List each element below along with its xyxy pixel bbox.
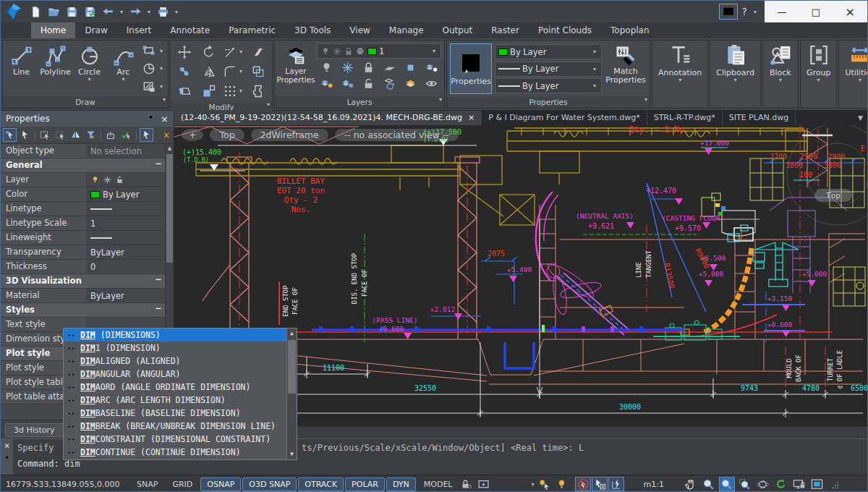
palette-row-thickness[interactable]: Thickness0 [1,260,174,274]
print-button[interactable] [155,4,171,20]
zoom-realtime-button[interactable] [719,477,735,491]
property-combo-0[interactable]: By Layer▾ [495,44,602,59]
rotate-tool-button[interactable] [202,45,216,59]
palette-close-icon[interactable]: × [161,114,169,124]
document-tab[interactable]: SITE PLAN.dwg [723,111,796,125]
toggle-dyn[interactable]: DYN [386,478,416,491]
minimize-button[interactable]: — [765,1,799,22]
ribbon-tab-manage[interactable]: Manage [380,22,433,38]
autocomplete-item[interactable]: DIMCONTINUE (CONTINUE DIMENSION) [64,446,286,459]
autocomplete-item[interactable]: DIM (DIMENSIONS) [64,328,286,342]
ribbon-tab-raster[interactable]: Raster [482,22,529,38]
model-space-button[interactable]: MODEL [424,480,453,489]
document-tab[interactable]: P & I Diagram For Water System.dwg* [482,111,647,125]
palette-section-3d-visualization[interactable]: 3D Visualization− [1,274,174,289]
layer-layersbulb-button[interactable] [425,61,438,75]
pie-tool-button[interactable]: ▾ [142,62,165,76]
autocomplete-item[interactable]: DIMCONSTRAINT (DIMENSIONAL CONSTRAINT) [64,433,286,446]
layer-properties-button[interactable]: Layer Properties [276,42,315,96]
sel-check-button[interactable] [119,128,133,142]
clipboard-button[interactable]: Clipboard▾ [710,41,760,108]
toggle-polar[interactable]: POLAR [345,478,385,491]
ribbon-tab-view[interactable]: View [340,22,379,38]
coordinates-readout[interactable]: 16779.533,13849.055,0.000 [1,480,129,489]
close-button[interactable]: × [833,1,867,22]
explode-tool-button[interactable] [251,84,265,98]
new-viewport-button[interactable] [809,477,825,491]
toggle-o3d-snap[interactable]: O3D SNAP [242,478,297,491]
paneldd-button[interactable] [475,477,491,491]
palette-row-linetype[interactable]: Linetype [1,202,174,216]
layer-layerso-button[interactable] [404,77,417,90]
open-file-button[interactable] [46,4,61,20]
annotation-button[interactable]: Annotation▾ [652,41,707,108]
autocomplete-item[interactable]: DIMARC (ARC LENGTH DIMENSION) [64,394,286,407]
dropdown-icon[interactable]: ▾ [118,9,125,15]
utilities-button[interactable]: Utilities▾ [839,41,868,108]
scale-list-dropdown-icon[interactable]: ▾ [529,481,536,488]
palette-row-transparency[interactable]: TransparencyByLayer [1,245,174,260]
properties-button[interactable]: Properties [450,43,492,94]
autocomplete-item[interactable]: DIMBASELINE (BASELINE DIMENSION) [64,407,286,420]
sel-cross-button[interactable] [54,128,67,142]
property-combo-1[interactable]: By Layer▾ [495,62,602,77]
rectangle-tool-button[interactable]: ▾ [142,43,165,58]
bulbcursor-button[interactable] [536,477,552,491]
regen-button[interactable] [773,477,789,491]
resize-grip-icon[interactable] [828,478,840,490]
help-button[interactable]: ? [742,6,747,17]
autocomplete-item[interactable]: DIMALIGNED (ALIGNED) [64,355,286,368]
viewport-lock-button[interactable] [791,477,807,491]
autocomplete-item[interactable]: DIMAORD (ANGLE ORDINATE DIMENSION) [64,381,286,394]
selection-toolbar-close-icon[interactable]: × [163,130,171,140]
viewport-control-2[interactable]: 2dWireframe [251,129,328,141]
ribbon-tab-topoplan[interactable]: Topoplan [601,22,659,38]
document-tab[interactable]: (12-40-56_PM_9-19-2022)(12-54-58_16.09.2… [174,111,482,125]
offset-tool-button[interactable] [251,64,265,79]
help-dropdown-icon[interactable]: ▾ [752,9,759,15]
tab-list-dropdown-icon[interactable]: ▼ [852,111,868,125]
layer-eye-button[interactable] [425,77,438,90]
ribbon-tab-insert[interactable]: Insert [117,22,161,38]
sel-button[interactable] [18,128,32,142]
hatch-tool-button[interactable]: ▾ [142,80,165,94]
palette-section-styles[interactable]: Styles− [1,303,174,318]
layers-panel-label[interactable]: Layers▾ [275,97,444,108]
palette-row-object-type[interactable]: Object typeNo selection [1,144,174,158]
zoom-window-button[interactable] [737,477,753,491]
zoom-button[interactable] [701,477,717,491]
palette-row-linetype-scale[interactable]: Linetype Scale1 [1,216,174,231]
pin-icon[interactable] [146,114,156,124]
scale-tool-button[interactable] [202,84,216,98]
ribbon-tab-home[interactable]: Home [31,22,75,38]
array-tool-button[interactable]: ▾ [223,84,244,98]
viewport-control-1[interactable]: Top [210,129,244,141]
sel-flip-button[interactable] [69,128,82,142]
save-file-button[interactable] [64,4,80,20]
autocomplete-item[interactable]: DIMBREAK (BREAK/UNBREAK DIMENSION LINE) [64,420,286,433]
toggle-osnap[interactable]: OSNAP [200,478,241,491]
toggle-snap[interactable]: SNAP [130,478,164,491]
viewport-control-3[interactable]: -- no associated view -- [335,129,459,141]
palette-row-lineweight[interactable]: Lineweight [1,231,174,245]
maximize-button[interactable]: □ [799,1,833,22]
annotation-scale[interactable]: m1:1 [643,480,663,489]
palette-row-color[interactable]: ColorBy Layer [1,187,174,202]
bulb-button[interactable] [553,477,569,491]
pan-button[interactable] [683,477,699,491]
move-tool-button[interactable] [177,45,192,59]
workspace-switch-icon[interactable] [719,4,738,20]
properties-panel-label[interactable]: Properties▾ [447,97,650,108]
layer-unlock-button[interactable] [362,77,375,90]
viewport-control-menu[interactable]: + [182,129,203,141]
layer-bulbg-button[interactable] [320,61,333,75]
ribbon-tab-parametric[interactable]: Parametric [219,22,285,38]
layer-layersbulbo-button[interactable] [320,77,333,90]
new-file-button[interactable] [27,4,43,20]
ribbon-tab-point-clouds[interactable]: Point Clouds [529,22,601,38]
layer-bluesq-button[interactable] [404,61,417,75]
polyline-tool-button[interactable]: Polyline [38,42,72,96]
undo-button[interactable] [100,4,116,20]
document-tab[interactable]: STRL-R-TP.dwg* [647,111,723,125]
palette-section-general[interactable]: General− [1,158,174,173]
